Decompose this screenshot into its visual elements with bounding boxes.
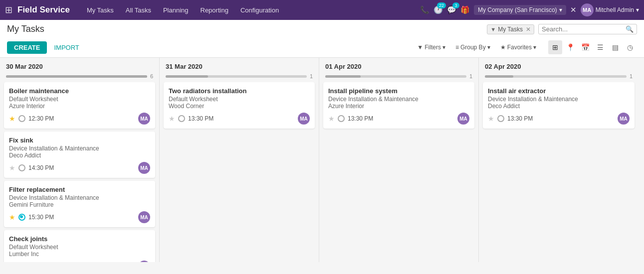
- col-count-3: 1: [630, 73, 633, 79]
- search-go-icon[interactable]: 🔍: [626, 25, 634, 33]
- col-count-bar-0: 6: [0, 73, 159, 82]
- star-icon-1-0[interactable]: ★: [169, 115, 175, 123]
- create-button[interactable]: CREATE: [7, 41, 47, 54]
- star-icon-3-0[interactable]: ★: [488, 115, 494, 123]
- card-title-1-0: Two radiators installation: [169, 87, 310, 95]
- search-tag-close[interactable]: ✕: [526, 26, 531, 33]
- table-row[interactable]: Boiler maintenance Default Worksheet Azu…: [4, 82, 155, 129]
- card-title-2-0: Install pipeline system: [328, 87, 469, 95]
- search-tag-label: My Tasks: [498, 26, 523, 33]
- favorites-button[interactable]: ★ Favorites ▾: [496, 42, 540, 52]
- kanban-col-1: 31 Mar 2020 1 Two radiators installation…: [160, 58, 319, 262]
- menu-all-tasks[interactable]: All Tasks: [121, 4, 156, 16]
- col-count-bar-3: 1: [479, 73, 639, 82]
- star-icon-2-0[interactable]: ★: [328, 115, 335, 123]
- groupby-button[interactable]: ≡ Group By ▾: [451, 42, 494, 52]
- star-icon-0-2[interactable]: ★: [9, 213, 15, 221]
- card-subtitle-0-0: Default Worksheet: [9, 96, 150, 103]
- top-navigation: ⊞ Field Service My Tasks All Tasks Plann…: [0, 0, 644, 20]
- card-title-0-0: Boiler maintenance: [9, 87, 150, 95]
- star-icon-0-0[interactable]: ★: [9, 115, 15, 123]
- status-icon-0-2[interactable]: [18, 214, 25, 221]
- table-row[interactable]: Filter replacement Device Installation &…: [4, 181, 155, 227]
- status-icon-1-0[interactable]: [178, 115, 185, 122]
- subheader: My Tasks ▼ My Tasks ✕ 🔍 CREATE IMPORT ▼ …: [0, 20, 644, 58]
- col-header-2: 01 Apr 2020: [319, 58, 478, 73]
- star-icon-0-1[interactable]: ★: [9, 164, 15, 172]
- card-title-0-3: Check joints: [9, 235, 150, 243]
- card-time-2-0: 13:30 PM: [348, 115, 373, 122]
- card-footer-left-2-0: ★ 13:30 PM: [328, 115, 373, 123]
- phone-icon[interactable]: 📞: [420, 5, 429, 14]
- card-time-1-0: 13:30 PM: [188, 115, 214, 122]
- card-company-0-1: Deco Addict: [9, 152, 150, 159]
- status-icon-3-0[interactable]: [497, 115, 504, 122]
- calendar-view-icon[interactable]: 📅: [578, 40, 592, 54]
- company-selector[interactable]: My Company (San Francisco) ▾: [474, 5, 566, 15]
- progress-bar-fill-1: [166, 75, 208, 78]
- card-footer-0-1: ★ 14:30 PM MA: [9, 162, 150, 174]
- search-input[interactable]: [542, 25, 626, 33]
- search-tag[interactable]: ▼ My Tasks ✕: [487, 24, 534, 34]
- col-count-0: 6: [150, 73, 153, 79]
- star-icon: ★: [500, 44, 506, 51]
- clock-icon[interactable]: 🕐 22: [433, 5, 443, 14]
- card-subtitle-0-2: Device Installation & Maintenance: [9, 194, 150, 201]
- gift-icon[interactable]: 🎁: [460, 5, 470, 14]
- progress-bar-bg-1: [166, 75, 307, 78]
- filters-label: Filters: [425, 44, 441, 51]
- card-footer-0-2: ★ 15:30 PM MA: [9, 211, 150, 223]
- card-time-0-2: 15:30 PM: [28, 214, 54, 221]
- table-row[interactable]: Two radiators installation Default Works…: [164, 82, 315, 129]
- menu-reporting[interactable]: Reporting: [196, 4, 233, 16]
- menu-my-tasks[interactable]: My Tasks: [82, 4, 119, 16]
- chat-icon[interactable]: 💬 3: [447, 5, 456, 14]
- card-title-0-1: Fix sink: [9, 137, 150, 144]
- card-footer-left-0-1: ★ 14:30 PM: [9, 164, 54, 172]
- table-row[interactable]: Check joints Default Worksheet Lumber In…: [4, 230, 155, 262]
- table-row[interactable]: Install air extractor Device Installatio…: [483, 82, 635, 129]
- company-chevron: ▾: [559, 6, 562, 13]
- table-view-icon[interactable]: ▤: [608, 40, 622, 54]
- table-row[interactable]: Fix sink Device Installation & Maintenan…: [4, 132, 155, 178]
- app-brand: Field Service: [17, 5, 70, 15]
- kanban-view-icon[interactable]: ⊞: [548, 40, 562, 54]
- menu-configuration[interactable]: Configuration: [235, 4, 284, 16]
- card-footer-left-1-0: ★ 13:30 PM: [169, 115, 214, 123]
- card-avatar-3-0: MA: [618, 113, 630, 125]
- col-cards-3: Install air extractor Device Installatio…: [479, 82, 639, 262]
- activity-view-icon[interactable]: ◷: [623, 40, 637, 54]
- user-menu[interactable]: MA Mitchell Admin ▾: [581, 3, 639, 16]
- list-view-icon[interactable]: ☰: [593, 40, 607, 54]
- card-avatar-0-2: MA: [138, 211, 150, 223]
- card-company-0-3: Lumber Inc: [9, 251, 150, 258]
- col-cards-1: Two radiators installation Default Works…: [160, 82, 319, 262]
- card-company-0-2: Gemini Furniture: [9, 201, 150, 208]
- card-subtitle-3-0: Device Installation & Maintenance: [488, 96, 630, 103]
- close-icon[interactable]: ✕: [570, 5, 577, 14]
- progress-bar-fill-2: [325, 75, 361, 78]
- col-count-1: 1: [310, 73, 313, 79]
- import-button[interactable]: IMPORT: [50, 41, 83, 54]
- filters-button[interactable]: ▼ Filters ▾: [413, 42, 449, 52]
- card-footer-0-0: ★ 12:30 PM MA: [9, 113, 150, 125]
- table-row[interactable]: Install pipeline system Device Installat…: [323, 82, 474, 129]
- col-cards-0: Boiler maintenance Default Worksheet Azu…: [0, 82, 159, 262]
- col-count-bar-1: 1: [160, 73, 319, 82]
- status-icon-0-1[interactable]: [18, 164, 25, 171]
- card-footer-0-3: ★ 16:30 PM MA: [9, 261, 150, 262]
- status-icon-0-0[interactable]: [18, 115, 25, 122]
- chat-badge: 3: [452, 2, 459, 8]
- card-subtitle-1-0: Default Worksheet: [169, 96, 310, 103]
- menu-planning[interactable]: Planning: [158, 4, 194, 16]
- map-view-icon[interactable]: 📍: [563, 40, 577, 54]
- favorites-label: Favorites: [507, 44, 532, 51]
- grid-icon[interactable]: ⊞: [5, 4, 12, 15]
- status-icon-2-0[interactable]: [338, 115, 345, 122]
- card-time-3-0: 13:30 PM: [507, 115, 533, 122]
- col-header-3: 02 Apr 2020: [479, 58, 639, 73]
- progress-bar-fill-0: [6, 75, 147, 78]
- card-time-0-0: 12:30 PM: [28, 115, 54, 122]
- action-toolbar: My Tasks ▼ My Tasks ✕ 🔍: [7, 24, 637, 40]
- kanban-col-2: 01 Apr 2020 1 Install pipeline system De…: [319, 58, 479, 262]
